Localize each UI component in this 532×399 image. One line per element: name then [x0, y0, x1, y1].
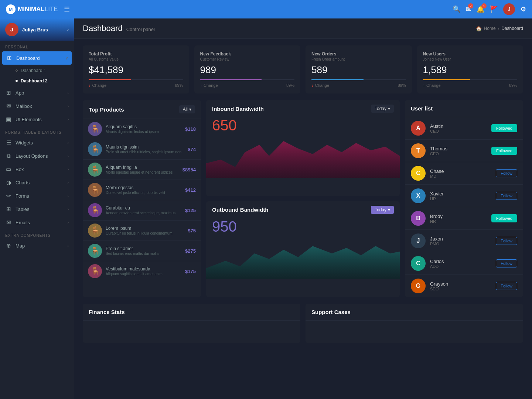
layout-chevron-icon: ›	[68, 154, 69, 158]
sidebar-map-label: Map	[16, 243, 64, 249]
product-desc: Morbi egestas augue et hendrerit ultrice…	[106, 170, 179, 175]
sidebar-item-box[interactable]: ▭ Box ›	[0, 163, 74, 176]
profit-title: Total Profit	[89, 51, 183, 57]
app-chevron-icon: ›	[68, 91, 69, 95]
follow-button[interactable]: Follow	[496, 169, 517, 177]
bell-icon[interactable]: 🔔1	[477, 5, 485, 13]
sidebar-item-ui[interactable]: ▣ UI Elements ›	[0, 113, 74, 126]
tables-icon: ⊞	[5, 206, 12, 212]
sidebar-item-charts[interactable]: ◑ Charts ›	[0, 176, 74, 189]
app-icon: ⊞	[5, 89, 12, 96]
user-avatar-img: C	[411, 256, 426, 271]
users-bar-container	[423, 79, 518, 80]
topnav-right: 🔍 ✉2 🔔1 🚩 J ⚙	[453, 3, 526, 15]
sidebar-mailbox-label: Mailbox	[16, 103, 64, 109]
product-price: $412	[185, 187, 196, 193]
sidebar-charts-label: Charts	[16, 180, 64, 185]
user-avatar-img: C	[411, 166, 426, 181]
stat-cards: Total Profit All Customs Value $41,589 ↓…	[74, 39, 532, 100]
product-info: Morbi egestas Donec vel justo efficitur,…	[106, 185, 181, 195]
top-products-title: Top Products	[89, 106, 124, 113]
profit-bar-container	[89, 79, 183, 80]
finance-header: Finance Stats	[83, 304, 300, 321]
flag-icon[interactable]: 🚩	[490, 5, 498, 13]
inbound-chart	[206, 134, 400, 178]
personal-section-label: PERSONAL	[0, 41, 74, 51]
breadcrumb-home[interactable]: Home	[484, 26, 496, 31]
sidebar-item-layout[interactable]: ⧉ Layout Options ›	[0, 149, 74, 163]
sidebar-user[interactable]: J Juliya Brus ›	[0, 18, 74, 41]
sidebar-item-app[interactable]: ⊞ App ›	[0, 86, 74, 99]
topnav-left: M MINIMALLITE ☰	[6, 4, 70, 14]
follow-button[interactable]: Follow	[496, 237, 517, 245]
follow-button[interactable]: Follow	[496, 192, 517, 200]
product-desc: Aliquam sagittis sem sit amet enim	[106, 272, 181, 276]
sidebar-subitem-dashboard1[interactable]: Dashboard 1	[0, 65, 74, 76]
sidebar-item-widgets[interactable]: ☰ Widgets ›	[0, 136, 74, 149]
user-avatar[interactable]: J	[503, 3, 515, 15]
outbound-today-label: Today	[375, 207, 386, 212]
users-row: 1,589	[423, 64, 518, 76]
product-image: 🪑	[88, 264, 102, 278]
user-info: Austin CEO	[430, 123, 487, 133]
mailbox-icon: ✉	[5, 103, 12, 109]
sidebar-item-emails[interactable]: ✉ Emails ›	[0, 216, 74, 229]
change-arrow-icon: ↓	[89, 83, 91, 88]
follow-button[interactable]: Follow	[496, 282, 517, 290]
gear-icon[interactable]: ⚙	[520, 5, 526, 13]
product-info: Vestibulum malesuada Aliquam sagittis se…	[106, 266, 181, 276]
sidebar-subitem-dashboard2[interactable]: Dashboard 2	[0, 76, 74, 86]
all-filter-button[interactable]: All ▾	[179, 105, 195, 113]
breadcrumb-current: Dashboard	[501, 26, 523, 31]
sidebar-item-mailbox[interactable]: ✉ Mailbox ›	[0, 99, 74, 113]
sidebar-item-tables[interactable]: ⊞ Tables ›	[0, 202, 74, 216]
inbound-chevron-icon: ▾	[388, 106, 390, 111]
sidebar-item-forms[interactable]: ✏ Forms ›	[0, 189, 74, 202]
orders-title: New Orders	[311, 51, 406, 57]
ui-chevron-icon: ›	[68, 117, 69, 122]
product-name: Curabitur eu	[106, 205, 181, 211]
support-title: Support Cases	[311, 309, 351, 315]
hamburger-icon[interactable]: ☰	[64, 5, 70, 13]
outbound-today-button[interactable]: Today ▾	[371, 206, 394, 214]
orders-footer: ↓ Change 89%	[311, 83, 406, 88]
user-item: C Chase MD Follow	[405, 162, 523, 185]
follow-button[interactable]: Follow	[496, 259, 517, 267]
product-price: $8954	[183, 167, 196, 173]
outbound-value: 950	[206, 218, 400, 235]
outbound-header: Outbound Bandwidth Today ▾	[206, 201, 400, 218]
product-item: 🪑 Curabitur eu Aenean gravida erat scele…	[83, 200, 201, 221]
feedback-footer: ↑ Change 89%	[200, 83, 295, 88]
content-area: Dashboard Control panel 🏠 Home › Dashboa…	[74, 18, 532, 399]
sidebar-ui-label: UI Elements	[16, 117, 64, 122]
breadcrumb: 🏠 Home › Dashboard	[476, 26, 523, 31]
mail-icon[interactable]: ✉2	[466, 5, 471, 13]
support-placeholder	[306, 321, 523, 343]
orders-change: ↓ Change	[311, 83, 329, 88]
follow-button[interactable]: Followed	[491, 147, 517, 155]
widgets-icon: ☰	[5, 139, 12, 146]
product-info: Mauris dignissim Proin sit amet nibh ult…	[106, 144, 184, 154]
inbound-today-button[interactable]: Today ▾	[371, 105, 394, 113]
sidebar-item-map[interactable]: ⊕ Map ›	[0, 239, 74, 252]
logo-text: MINIMALLITE	[18, 6, 58, 13]
page-header: Dashboard Control panel 🏠 Home › Dashboa…	[74, 18, 532, 39]
follow-button[interactable]: Followed	[491, 124, 517, 132]
outbound-title: Outbound Bandwidth	[212, 207, 268, 213]
user-avatar-img: A	[411, 121, 426, 136]
logo: M MINIMALLITE	[6, 4, 58, 14]
feedback-value: 989	[200, 64, 216, 76]
product-item: 🪑 Proin sit amet Sed lacinia eros mattis…	[83, 241, 201, 261]
user-list-panel: User list A Austin CEO Followed T Thomas…	[405, 100, 523, 297]
home-icon: 🏠	[476, 26, 482, 31]
feedback-change-value: 89%	[286, 83, 294, 88]
profit-change-value: 89%	[175, 83, 183, 88]
finance-placeholder	[83, 321, 300, 343]
feedback-row: 989	[200, 64, 295, 76]
map-chevron-icon: ›	[68, 244, 69, 248]
finance-panel: Finance Stats	[83, 304, 300, 343]
search-icon[interactable]: 🔍	[453, 5, 461, 13]
sidebar-item-dashboard[interactable]: ⊞ Dashboard ∨	[2, 51, 72, 65]
follow-button[interactable]: Followed	[491, 214, 517, 222]
dashboard-chevron-icon: ∨	[65, 56, 68, 60]
